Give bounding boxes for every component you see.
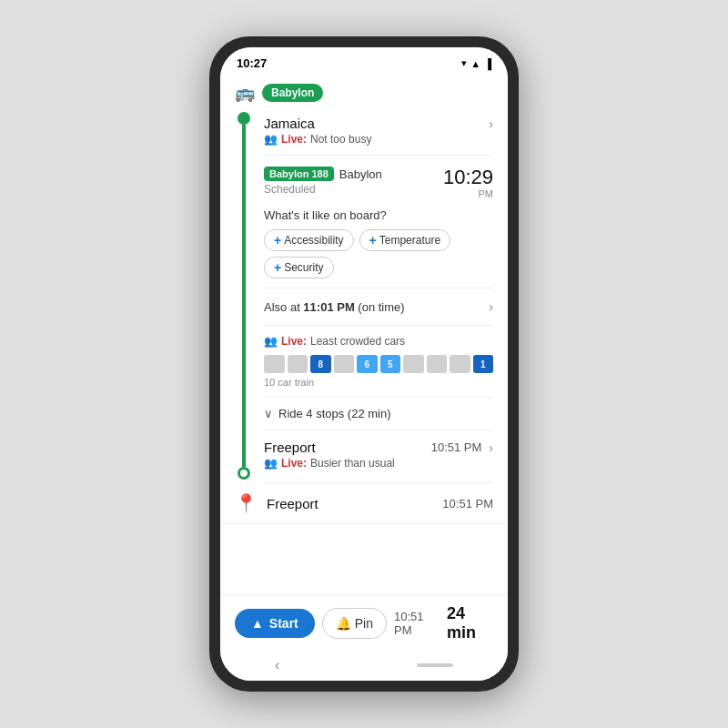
crowded-live-label: Live: — [281, 335, 307, 348]
train-badge: Babylon 188 — [264, 167, 334, 181]
timeline-line-col — [235, 108, 253, 483]
train-time-ampm: PM — [443, 188, 493, 199]
timeline-section: Jamaica › 👥 Live: Not too busy — [220, 108, 508, 483]
car-7 — [403, 355, 424, 373]
pin-button-label: Pin — [355, 616, 373, 631]
signal-icon: ▲ — [470, 58, 480, 69]
train-route-info: Babylon 188 Babylon Scheduled — [264, 167, 382, 196]
jamaica-live-text: Not too busy — [310, 133, 371, 146]
bottom-arrive-time: 10:51 PM — [394, 610, 440, 637]
freeport-chevron-icon: › — [489, 440, 493, 455]
destination-time: 10:51 PM — [442, 497, 493, 511]
back-button[interactable]: ‹ — [275, 657, 279, 673]
temperature-plus-icon: + — [369, 234, 377, 247]
security-chip[interactable]: + Security — [264, 257, 334, 278]
temperature-chip[interactable]: + Temperature — [359, 229, 451, 251]
freeport-stop-card[interactable]: Freeport 10:51 PM › 👥 Live: Busier than … — [264, 430, 493, 473]
chip-row: + Accessibility + Temperature + Security — [264, 229, 493, 278]
phone-screen: 10:27 ▾ ▲ ▐ 🚌 Babylon — [220, 47, 508, 681]
also-at-time: 11:01 PM — [303, 300, 354, 314]
header-row: 🚌 Babylon — [220, 74, 508, 108]
pin-button-icon: 🔔 — [336, 616, 351, 631]
phone-frame: 10:27 ▾ ▲ ▐ 🚌 Babylon — [209, 36, 519, 692]
chevron-down-icon: ∨ — [264, 407, 273, 420]
also-at-chevron-icon: › — [489, 299, 493, 314]
timeline-line — [242, 125, 246, 467]
train-time-value: 10:29 — [443, 167, 493, 188]
crowded-label-row: 👥 Live: Least crowded cars — [264, 335, 493, 348]
freeport-live-people-icon: 👥 — [264, 457, 278, 470]
security-plus-icon: + — [274, 261, 281, 274]
jamaica-live-row: 👥 Live: Not too busy — [264, 133, 493, 146]
battery-icon: ▐ — [484, 58, 491, 69]
nav-bar: ‹ — [220, 652, 508, 681]
train-card: Babylon 188 Babylon Scheduled 10:29 PM — [264, 156, 493, 483]
crowded-people-icon: 👥 — [264, 335, 278, 348]
status-bar: 10:27 ▾ ▲ ▐ — [220, 47, 508, 74]
cars-grid: 8 6 5 — [264, 355, 493, 373]
bottom-duration: 24 min — [447, 604, 493, 642]
status-time: 10:27 — [237, 56, 267, 70]
car-6: 5 — [380, 355, 401, 373]
bottom-bar: ▲ Start 🔔 Pin 10:51 PM 24 min — [220, 594, 508, 652]
timeline-content: Jamaica › 👥 Live: Not too busy — [264, 108, 493, 483]
ride-stops-row[interactable]: ∨ Ride 4 stops (22 min) — [264, 398, 493, 430]
start-button[interactable]: ▲ Start — [235, 609, 315, 638]
timeline-dot-bottom — [238, 467, 250, 480]
car-9 — [450, 355, 470, 373]
freeport-row: Freeport 10:51 PM › — [264, 440, 493, 455]
train-name-row: Babylon 188 Babylon — [264, 167, 382, 181]
also-at-row[interactable]: Also at 11:01 PM (on time) › — [264, 288, 493, 326]
car-4 — [334, 355, 355, 373]
start-button-label: Start — [269, 616, 298, 631]
freeport-live-label: Live: — [281, 457, 307, 470]
nav-pill — [417, 663, 453, 667]
freeport-stop-name: Freeport — [264, 440, 316, 455]
car-5: 6 — [357, 355, 378, 373]
accessibility-chip-label: Accessibility — [284, 234, 343, 247]
location-pin-icon: 📍 — [235, 492, 258, 514]
live-people-icon: 👥 — [264, 133, 278, 146]
onboard-section: What's it like on board? + Accessibility… — [264, 208, 493, 278]
car-10: 1 — [473, 355, 494, 373]
app-content: 🚌 Babylon Jamaica › — [220, 74, 508, 594]
temperature-chip-label: Temperature — [379, 234, 440, 247]
train-header: Babylon 188 Babylon Scheduled 10:29 PM — [264, 167, 493, 199]
train-destination: Babylon — [339, 167, 382, 181]
destination-name: Freeport — [267, 496, 433, 511]
car-3: 8 — [310, 355, 331, 373]
jamaica-live-label: Live: — [281, 133, 307, 146]
wifi-icon: ▾ — [461, 57, 467, 69]
jamaica-stop-card[interactable]: Jamaica › 👥 Live: Not too busy — [264, 108, 493, 156]
also-at-text: Also at 11:01 PM (on time) — [264, 300, 489, 314]
destination-section: 📍 Freeport 10:51 PM — [220, 483, 508, 524]
ride-stops-text: Ride 4 stops (22 min) — [278, 407, 391, 420]
navigation-icon: ▲ — [251, 616, 264, 631]
status-icons: ▾ ▲ ▐ — [461, 57, 491, 69]
car-count: 10 car train — [264, 377, 493, 388]
accessibility-plus-icon: + — [274, 234, 281, 247]
crowded-text: Least crowded cars — [310, 335, 405, 348]
bus-icon: 🚌 — [235, 83, 255, 103]
car-8 — [427, 355, 448, 373]
car-2 — [288, 355, 308, 373]
freeport-time: 10:51 PM — [431, 440, 482, 454]
security-chip-label: Security — [284, 261, 323, 274]
crowded-section: 👥 Live: Least crowded cars 8 — [264, 326, 493, 398]
freeport-live-row: 👥 Live: Busier than usual — [264, 457, 493, 470]
train-time-block: 10:29 PM — [443, 167, 493, 199]
freeport-live-text: Busier than usual — [310, 457, 395, 470]
accessibility-chip[interactable]: + Accessibility — [264, 229, 354, 251]
timeline-dot-top — [238, 112, 250, 125]
train-scheduled: Scheduled — [264, 183, 382, 196]
jamaica-chevron-icon: › — [489, 116, 493, 131]
car-1 — [264, 355, 285, 373]
pin-button[interactable]: 🔔 Pin — [322, 608, 387, 639]
onboard-question: What's it like on board? — [264, 208, 493, 222]
destination-chip[interactable]: Babylon — [262, 84, 323, 102]
jamaica-stop-name: Jamaica — [264, 116, 315, 131]
